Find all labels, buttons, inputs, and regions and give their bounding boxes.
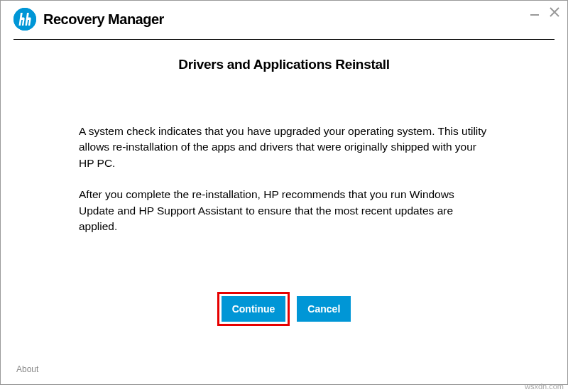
continue-button[interactable]: Continue xyxy=(222,296,286,322)
footer: About xyxy=(1,364,567,384)
minimize-icon[interactable] xyxy=(529,6,540,18)
paragraph-2: After you complete the re-installation, … xyxy=(79,187,489,234)
page-heading: Drivers and Applications Reinstall xyxy=(15,57,553,72)
button-row: Continue Cancel xyxy=(15,292,553,326)
content-area: Drivers and Applications Reinstall A sys… xyxy=(1,40,567,364)
body-text: A system check indicates that you have u… xyxy=(15,124,553,251)
svg-point-0 xyxy=(13,8,36,31)
about-link[interactable]: About xyxy=(16,364,38,374)
cancel-button[interactable]: Cancel xyxy=(297,296,351,322)
svg-rect-1 xyxy=(530,14,539,16)
window-controls xyxy=(529,5,560,18)
watermark: wsxdn.com xyxy=(525,382,564,391)
close-icon[interactable] xyxy=(549,6,560,18)
hp-logo-icon xyxy=(13,8,36,31)
highlight-box: Continue xyxy=(217,292,290,326)
app-window: Recovery Manager Drivers and Application… xyxy=(0,0,568,385)
paragraph-1: A system check indicates that you have u… xyxy=(79,124,489,171)
app-title: Recovery Manager xyxy=(43,11,164,28)
title-bar: Recovery Manager xyxy=(1,1,567,32)
title-left: Recovery Manager xyxy=(13,5,164,31)
